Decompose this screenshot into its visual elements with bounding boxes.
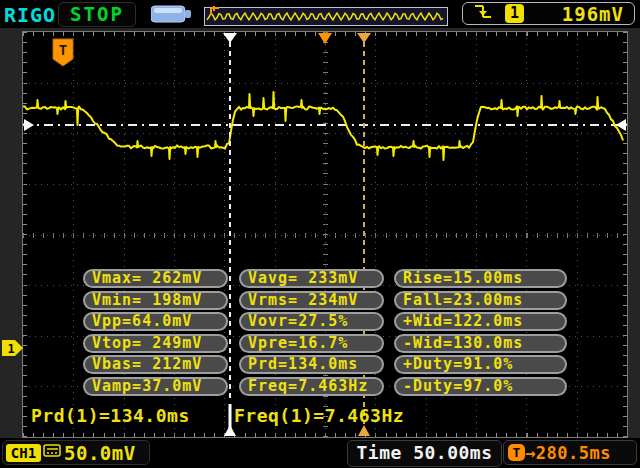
trigger-channel-badge: 1 <box>505 4 524 23</box>
measurement-cell: Vamp=37.0mV <box>83 377 228 396</box>
measurement-cell: Fall=23.00ms <box>394 291 567 310</box>
vertical-scale-readout: 50.0mV <box>64 442 136 464</box>
period-readout: Prd(1)=134.0ms <box>31 405 190 426</box>
timebase-readout: Time 50.00ms <box>347 440 502 467</box>
measurement-cell: -Wid=130.0ms <box>394 334 567 353</box>
svg-text:T: T <box>59 42 67 58</box>
measurement-cell: Vovr=27.5% <box>239 312 384 331</box>
gridline-horizontal <box>23 184 627 185</box>
measurement-cell: Vmin= 198mV <box>83 291 228 310</box>
bottom-bar: CH1 50.0mV Time 50.00ms T →280.5ms <box>0 438 640 468</box>
channel-badge: CH1 <box>6 444 41 462</box>
trigger-level-marker: T <box>53 39 73 66</box>
channel-status-group: CH1 50.0mV <box>2 440 150 465</box>
measurement-cell: Freq=7.463Hz <box>239 377 384 396</box>
measurement-cell: Prd=134.0ms <box>239 355 384 374</box>
coupling-icon <box>43 443 62 462</box>
gridline-horizontal <box>23 83 627 84</box>
measurement-cell: Vbas= 212mV <box>83 355 228 374</box>
measurement-cell: Vmax= 262mV <box>83 269 228 288</box>
display-area: T Vmax= 262mVVavg= 233mVRise=15.00msVmin… <box>0 28 640 438</box>
preview-trigger-marker-icon <box>208 0 222 19</box>
gridline-horizontal <box>23 235 627 236</box>
measurement-cell: Rise=15.00ms <box>394 269 567 288</box>
svg-text:1: 1 <box>7 342 14 356</box>
battery-icon <box>151 4 193 28</box>
measurement-cell: Vpre=16.7% <box>239 334 384 353</box>
channel1-ground-marker: 1 <box>2 339 24 361</box>
trigger-offset-icon: T <box>508 444 525 461</box>
top-bar: RIGOL STOP 1 196mV <box>0 0 640 28</box>
measurement-cell: Vrms= 234mV <box>239 291 384 310</box>
measurement-cell: -Duty=97.0% <box>394 377 567 396</box>
trigger-level-readout: 196mV <box>562 3 624 25</box>
trigger-offset-group: T →280.5ms <box>503 440 637 465</box>
scope-grid: T Vmax= 262mVVavg= 233mVRise=15.00msVmin… <box>22 31 628 438</box>
waveform-preview <box>204 7 448 26</box>
measurement-panel: Vmax= 262mVVavg= 233mVRise=15.00msVmin= … <box>83 269 567 397</box>
oscilloscope-screen: RIGOL STOP 1 196mV <box>0 0 640 468</box>
measurement-cell: Vavg= 233mV <box>239 269 384 288</box>
measurement-cell: Vpp=64.0mV <box>83 312 228 331</box>
trigger-offset-readout: →280.5ms <box>525 443 611 463</box>
frequency-readout: Freq(1)=7.463Hz <box>234 405 404 426</box>
falling-edge-icon <box>473 2 493 25</box>
run-status-badge: STOP <box>58 2 136 27</box>
measurement-cell: +Duty=91.0% <box>394 355 567 374</box>
measurement-cell: Vtop= 249mV <box>83 334 228 353</box>
measurement-cell: +Wid=122.0ms <box>394 312 567 331</box>
trigger-settings-group: 1 196mV <box>462 2 635 25</box>
gridline-horizontal <box>23 133 627 134</box>
